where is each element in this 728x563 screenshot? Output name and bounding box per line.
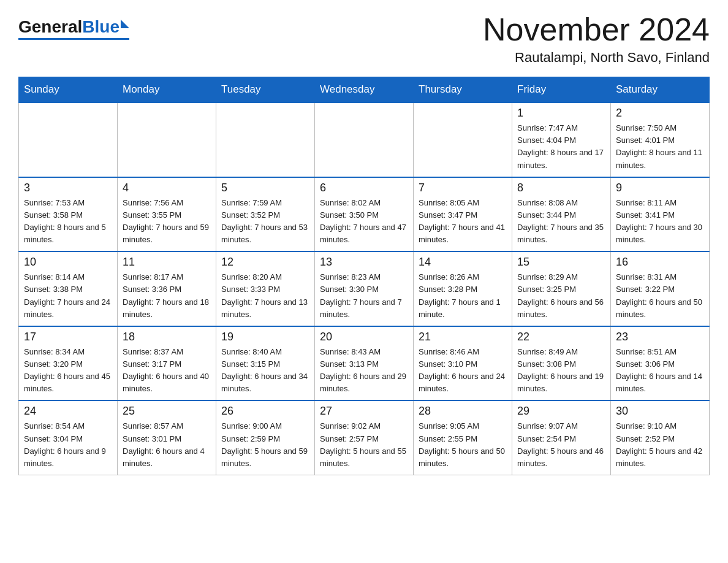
day-info: Sunrise: 8:34 AMSunset: 3:20 PMDaylight:… <box>24 346 112 396</box>
logo-underline <box>18 38 129 40</box>
calendar-cell-29: 29Sunrise: 9:07 AMSunset: 2:54 PMDayligh… <box>512 400 611 475</box>
day-number: 19 <box>221 331 309 343</box>
calendar-header-saturday: Saturday <box>611 77 710 103</box>
day-info: Sunrise: 8:46 AMSunset: 3:10 PMDaylight:… <box>419 346 507 396</box>
day-number: 14 <box>419 256 507 269</box>
calendar-cell-27: 27Sunrise: 9:02 AMSunset: 2:57 PMDayligh… <box>315 400 414 475</box>
day-info: Sunrise: 7:47 AMSunset: 4:04 PMDaylight:… <box>517 122 605 172</box>
day-info: Sunrise: 8:31 AMSunset: 3:22 PMDaylight:… <box>616 271 704 321</box>
day-number: 8 <box>517 182 605 194</box>
day-number: 22 <box>517 331 605 343</box>
day-number: 25 <box>123 405 211 418</box>
calendar-cell-6: 6Sunrise: 8:02 AMSunset: 3:50 PMDaylight… <box>315 177 414 252</box>
calendar-cell-30: 30Sunrise: 9:10 AMSunset: 2:52 PMDayligh… <box>611 400 710 475</box>
day-number: 24 <box>24 405 112 418</box>
calendar-cell-18: 18Sunrise: 8:37 AMSunset: 3:17 PMDayligh… <box>118 326 216 401</box>
header: General Blue November 2024 Rautalampi, N… <box>18 12 710 66</box>
page-title: November 2024 <box>483 12 710 47</box>
calendar-cell-5: 5Sunrise: 7:59 AMSunset: 3:52 PMDaylight… <box>216 177 315 252</box>
day-info: Sunrise: 8:11 AMSunset: 3:41 PMDaylight:… <box>616 197 704 247</box>
day-info: Sunrise: 8:57 AMSunset: 3:01 PMDaylight:… <box>123 420 211 470</box>
day-number: 11 <box>123 256 211 269</box>
calendar-week-row-2: 3Sunrise: 7:53 AMSunset: 3:58 PMDaylight… <box>19 177 710 252</box>
calendar-cell-13: 13Sunrise: 8:23 AMSunset: 3:30 PMDayligh… <box>315 251 414 326</box>
calendar-header-tuesday: Tuesday <box>216 77 315 103</box>
day-number: 29 <box>517 405 605 418</box>
day-info: Sunrise: 7:59 AMSunset: 3:52 PMDaylight:… <box>221 197 309 247</box>
calendar-cell-9: 9Sunrise: 8:11 AMSunset: 3:41 PMDaylight… <box>611 177 710 252</box>
day-info: Sunrise: 8:54 AMSunset: 3:04 PMDaylight:… <box>24 420 112 470</box>
day-number: 1 <box>517 107 605 120</box>
calendar-cell-17: 17Sunrise: 8:34 AMSunset: 3:20 PMDayligh… <box>19 326 118 401</box>
calendar-cell-16: 16Sunrise: 8:31 AMSunset: 3:22 PMDayligh… <box>611 251 710 326</box>
calendar-header-sunday: Sunday <box>19 77 118 103</box>
day-number: 4 <box>123 182 211 194</box>
calendar-cell-10: 10Sunrise: 8:14 AMSunset: 3:38 PMDayligh… <box>19 251 118 326</box>
day-info: Sunrise: 8:40 AMSunset: 3:15 PMDaylight:… <box>221 346 309 396</box>
day-number: 13 <box>320 256 408 269</box>
calendar-cell-24: 24Sunrise: 8:54 AMSunset: 3:04 PMDayligh… <box>19 400 118 475</box>
day-info: Sunrise: 9:10 AMSunset: 2:52 PMDaylight:… <box>616 420 704 470</box>
calendar-cell-22: 22Sunrise: 8:49 AMSunset: 3:08 PMDayligh… <box>512 326 611 401</box>
day-number: 15 <box>517 256 605 269</box>
calendar-cell-20: 20Sunrise: 8:43 AMSunset: 3:13 PMDayligh… <box>315 326 414 401</box>
calendar-cell-empty <box>414 102 512 177</box>
day-number: 16 <box>616 256 704 269</box>
day-number: 26 <box>221 405 309 418</box>
day-number: 6 <box>320 182 408 194</box>
day-number: 9 <box>616 182 704 194</box>
logo-triangle-icon <box>121 20 129 28</box>
day-info: Sunrise: 8:26 AMSunset: 3:28 PMDaylight:… <box>419 271 507 321</box>
day-info: Sunrise: 8:08 AMSunset: 3:44 PMDaylight:… <box>517 197 605 247</box>
day-number: 12 <box>221 256 309 269</box>
calendar-header-thursday: Thursday <box>414 77 512 103</box>
title-area: November 2024 Rautalampi, North Savo, Fi… <box>483 12 710 66</box>
day-info: Sunrise: 8:17 AMSunset: 3:36 PMDaylight:… <box>123 271 211 321</box>
day-number: 30 <box>616 405 704 418</box>
page-subtitle: Rautalampi, North Savo, Finland <box>483 50 710 66</box>
day-info: Sunrise: 8:05 AMSunset: 3:47 PMDaylight:… <box>419 197 507 247</box>
day-number: 27 <box>320 405 408 418</box>
day-info: Sunrise: 8:14 AMSunset: 3:38 PMDaylight:… <box>24 271 112 321</box>
calendar-header-friday: Friday <box>512 77 611 103</box>
day-info: Sunrise: 8:20 AMSunset: 3:33 PMDaylight:… <box>221 271 309 321</box>
calendar-cell-25: 25Sunrise: 8:57 AMSunset: 3:01 PMDayligh… <box>118 400 216 475</box>
day-number: 5 <box>221 182 309 194</box>
day-info: Sunrise: 8:51 AMSunset: 3:06 PMDaylight:… <box>616 346 704 396</box>
calendar-cell-15: 15Sunrise: 8:29 AMSunset: 3:25 PMDayligh… <box>512 251 611 326</box>
calendar-table: SundayMondayTuesdayWednesdayThursdayFrid… <box>18 77 710 475</box>
calendar-cell-23: 23Sunrise: 8:51 AMSunset: 3:06 PMDayligh… <box>611 326 710 401</box>
calendar-cell-26: 26Sunrise: 9:00 AMSunset: 2:59 PMDayligh… <box>216 400 315 475</box>
calendar-header-monday: Monday <box>118 77 216 103</box>
day-info: Sunrise: 9:05 AMSunset: 2:55 PMDaylight:… <box>419 420 507 470</box>
day-info: Sunrise: 7:50 AMSunset: 4:01 PMDaylight:… <box>616 122 704 172</box>
day-number: 7 <box>419 182 507 194</box>
day-number: 2 <box>616 107 704 120</box>
day-number: 28 <box>419 405 507 418</box>
calendar-header-row: SundayMondayTuesdayWednesdayThursdayFrid… <box>19 77 710 103</box>
calendar-cell-19: 19Sunrise: 8:40 AMSunset: 3:15 PMDayligh… <box>216 326 315 401</box>
calendar-cell-21: 21Sunrise: 8:46 AMSunset: 3:10 PMDayligh… <box>414 326 512 401</box>
day-info: Sunrise: 8:43 AMSunset: 3:13 PMDaylight:… <box>320 346 408 396</box>
calendar-cell-empty <box>315 102 414 177</box>
day-number: 21 <box>419 331 507 343</box>
calendar-cell-28: 28Sunrise: 9:05 AMSunset: 2:55 PMDayligh… <box>414 400 512 475</box>
day-info: Sunrise: 7:56 AMSunset: 3:55 PMDaylight:… <box>123 197 211 247</box>
day-info: Sunrise: 8:23 AMSunset: 3:30 PMDaylight:… <box>320 271 408 321</box>
day-info: Sunrise: 8:49 AMSunset: 3:08 PMDaylight:… <box>517 346 605 396</box>
day-number: 10 <box>24 256 112 269</box>
day-info: Sunrise: 7:53 AMSunset: 3:58 PMDaylight:… <box>24 197 112 247</box>
logo-blue-container: Blue <box>82 17 129 37</box>
logo-blue-text: Blue <box>82 17 119 37</box>
day-info: Sunrise: 9:00 AMSunset: 2:59 PMDaylight:… <box>221 420 309 470</box>
day-number: 17 <box>24 331 112 343</box>
day-number: 3 <box>24 182 112 194</box>
calendar-cell-12: 12Sunrise: 8:20 AMSunset: 3:33 PMDayligh… <box>216 251 315 326</box>
logo-general-text: General <box>18 17 82 37</box>
day-number: 20 <box>320 331 408 343</box>
calendar-cell-8: 8Sunrise: 8:08 AMSunset: 3:44 PMDaylight… <box>512 177 611 252</box>
calendar-cell-empty <box>19 102 118 177</box>
calendar-header-wednesday: Wednesday <box>315 77 414 103</box>
calendar-cell-7: 7Sunrise: 8:05 AMSunset: 3:47 PMDaylight… <box>414 177 512 252</box>
day-info: Sunrise: 9:02 AMSunset: 2:57 PMDaylight:… <box>320 420 408 470</box>
